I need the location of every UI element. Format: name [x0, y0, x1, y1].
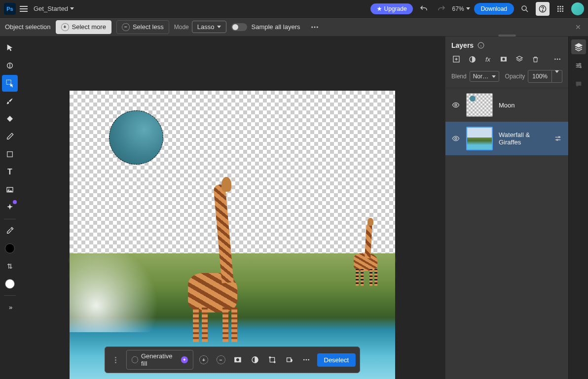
- blend-mode-dropdown[interactable]: Nor…: [470, 71, 499, 82]
- delete-layer-button[interactable]: [530, 54, 540, 64]
- layer-thumbnail[interactable]: [466, 93, 493, 117]
- paint-tool[interactable]: [2, 128, 18, 145]
- mask-layer-button[interactable]: [499, 54, 509, 64]
- svg-rect-11: [562, 10, 563, 12]
- close-options-button[interactable]: ✕: [573, 22, 583, 32]
- search-icon: [520, 4, 529, 13]
- contract-selection-button[interactable]: −: [214, 353, 227, 367]
- layers-icon: [574, 42, 583, 51]
- chevron-down-icon: [70, 7, 74, 10]
- zoom-dropdown[interactable]: 67%: [452, 5, 470, 12]
- upgrade-label: Upgrade: [384, 5, 407, 12]
- background-swatch[interactable]: [2, 276, 18, 292]
- layer-row-moon[interactable]: Moon: [445, 88, 568, 122]
- adjustment-button[interactable]: [249, 353, 262, 367]
- visibility-toggle[interactable]: [451, 101, 460, 109]
- layer-properties-button[interactable]: [553, 134, 562, 143]
- image-tool[interactable]: [2, 181, 18, 198]
- search-button[interactable]: [518, 2, 532, 16]
- layer-thumbnail[interactable]: [466, 127, 493, 150]
- chevron-down-icon: [555, 70, 559, 80]
- download-button[interactable]: Download: [474, 3, 514, 15]
- comments-panel-tab[interactable]: [571, 77, 586, 92]
- drag-handle[interactable]: [109, 353, 122, 367]
- eye-icon: [452, 101, 460, 109]
- healing-tool[interactable]: [2, 110, 18, 127]
- expand-tools-button[interactable]: »: [2, 299, 18, 315]
- select-less-button[interactable]: − Select less: [116, 20, 169, 34]
- drag-dots-icon: [115, 357, 116, 363]
- more-options-button[interactable]: [308, 20, 322, 34]
- ai-star-icon: ✦: [181, 356, 187, 363]
- info-icon[interactable]: [478, 42, 484, 49]
- fill-button[interactable]: [283, 353, 296, 367]
- add-selection-icon: +: [61, 23, 69, 31]
- document-name-menu[interactable]: Get_Started: [34, 5, 74, 12]
- subtract-selection-icon: −: [122, 23, 130, 31]
- opacity-dropdown-button[interactable]: [552, 70, 562, 83]
- shape-tool[interactable]: [2, 146, 18, 163]
- svg-point-34: [502, 58, 505, 60]
- adjustment-layer-button[interactable]: [467, 54, 477, 64]
- move-tool[interactable]: [2, 39, 18, 56]
- layer-action-bar: fx: [445, 52, 568, 68]
- mode-value: Lasso: [197, 23, 215, 31]
- apps-grid-button[interactable]: [553, 2, 567, 16]
- redo-button[interactable]: [435, 2, 448, 16]
- undo-button[interactable]: [417, 2, 431, 16]
- layer-row-waterfall[interactable]: Waterfall & Giraffes: [445, 122, 568, 155]
- eyedropper-tool[interactable]: [2, 222, 18, 239]
- mask-button[interactable]: [231, 353, 245, 367]
- canvas-area[interactable]: Generative fill ✦ + − Deselect: [20, 36, 445, 379]
- foreground-swatch[interactable]: [2, 240, 18, 257]
- sample-all-toggle[interactable]: [231, 23, 247, 31]
- svg-rect-26: [287, 358, 291, 362]
- help-button[interactable]: [536, 2, 550, 16]
- user-avatar[interactable]: [571, 2, 584, 15]
- transform-tool[interactable]: [2, 57, 18, 74]
- upgrade-button[interactable]: Upgrade: [370, 3, 413, 14]
- document-canvas[interactable]: [70, 91, 395, 379]
- transform-selection-button[interactable]: [265, 353, 279, 367]
- select-more-button[interactable]: + Select more: [56, 20, 111, 34]
- expand-selection-button[interactable]: +: [197, 353, 211, 367]
- fx-button[interactable]: fx: [483, 54, 493, 64]
- group-layers-button[interactable]: [514, 54, 524, 64]
- mode-dropdown[interactable]: Lasso: [192, 21, 227, 33]
- text-tool[interactable]: T: [2, 164, 18, 180]
- add-layer-button[interactable]: [451, 54, 461, 64]
- select-less-label: Select less: [133, 23, 164, 31]
- svg-rect-17: [7, 152, 13, 157]
- svg-point-29: [308, 359, 309, 361]
- panel-grip[interactable]: [498, 34, 516, 36]
- document-name: Get_Started: [34, 5, 68, 12]
- layers-panel-tab[interactable]: [571, 39, 586, 54]
- brush-tool[interactable]: [2, 93, 18, 109]
- sliders-icon: [575, 62, 583, 69]
- adjustment-icon: [251, 356, 259, 364]
- tool-name-label: Object selection: [5, 23, 51, 31]
- color-background-icon: [5, 279, 15, 289]
- svg-rect-10: [560, 10, 561, 12]
- deselect-button[interactable]: Deselect: [317, 353, 356, 367]
- panel-menu-button[interactable]: [552, 54, 562, 64]
- opacity-value-field[interactable]: 100%: [528, 70, 552, 83]
- more-actions-button[interactable]: [300, 353, 313, 367]
- svg-point-42: [579, 63, 581, 65]
- comment-icon: [575, 80, 583, 88]
- generative-fill-button[interactable]: Generative fill ✦: [126, 350, 193, 370]
- hamburger-menu-icon[interactable]: [20, 4, 30, 14]
- ai-tool[interactable]: [2, 199, 18, 216]
- opacity-control[interactable]: 100%: [528, 70, 562, 83]
- svg-point-24: [269, 357, 271, 358]
- app-logo[interactable]: Ps: [4, 3, 16, 15]
- swap-colors-button[interactable]: ⇅: [2, 258, 18, 275]
- properties-panel-tab[interactable]: [571, 58, 586, 73]
- visibility-toggle[interactable]: [451, 134, 460, 143]
- svg-point-14: [317, 26, 318, 28]
- object-selection-tool[interactable]: [2, 75, 18, 92]
- chevron-down-icon: [466, 7, 470, 10]
- mode-label: Mode: [174, 24, 189, 31]
- layers-stack-icon: [515, 55, 523, 63]
- svg-point-28: [306, 359, 307, 361]
